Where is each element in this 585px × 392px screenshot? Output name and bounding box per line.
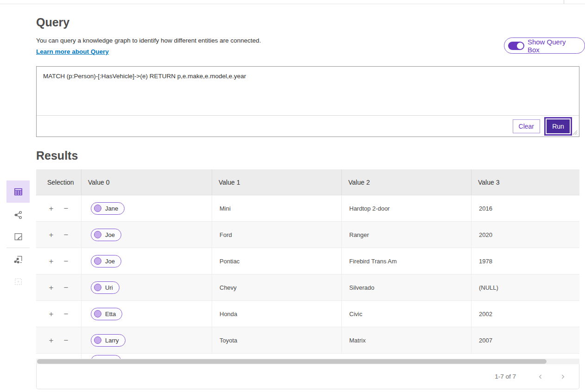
sidebar-item-table-view[interactable] [6, 180, 30, 203]
previous-page-button[interactable] [535, 371, 547, 383]
entity-pill[interactable]: Etta [91, 308, 122, 320]
sidebar-item-map-view[interactable] [6, 225, 30, 248]
collapse-row-button[interactable]: − [63, 336, 69, 345]
table-row: + − Etta Honda Civic 2002 [36, 301, 579, 327]
selection-cell: + − [36, 274, 82, 300]
query-input[interactable]: MATCH (p:Person)-[:HasVehicle]->(e) RETU… [37, 67, 579, 116]
page-title: Query [36, 16, 69, 29]
entity-dot-icon [94, 310, 101, 317]
resize-handle-icon[interactable] [572, 130, 578, 135]
entity-dot-icon [94, 336, 101, 344]
column-header-value2: Value 2 [342, 169, 472, 195]
value3-cell: 2020 [472, 222, 579, 248]
scrollbar-thumb[interactable] [37, 359, 547, 364]
entity-pill-label: Uri [105, 284, 113, 291]
entity-pill-label: Etta [105, 311, 116, 317]
expand-row-button[interactable]: + [48, 204, 55, 213]
collapse-row-button[interactable]: − [63, 283, 69, 292]
selection-cell: + − [36, 327, 82, 353]
selection-cell: + − [36, 195, 82, 221]
entity-cell: Jane [82, 195, 212, 221]
table-row: + − Uri Chevy Silverado (NULL) [36, 274, 579, 301]
top-divider [0, 4, 585, 4]
value1-cell: Pontiac [212, 248, 342, 274]
entity-pill[interactable]: Joe [91, 255, 121, 268]
expand-row-button[interactable]: + [48, 256, 55, 266]
table-body: + − Jane Mini Hardtop 2-door 2016 + − [36, 195, 579, 354]
selection-cell: + − [36, 248, 82, 274]
show-query-box-toggle[interactable]: Show Query Box [504, 37, 585, 54]
value3-cell: 1978 [472, 248, 579, 274]
results-table: Selection Value 0 Value 1 Value 2 Value … [36, 169, 579, 359]
entity-cell: Larry [82, 327, 212, 353]
entity-cell: Uri [82, 274, 212, 300]
run-button[interactable]: Run [547, 119, 570, 133]
panel-edge-tick [564, 0, 564, 4]
sidebar-item-new-view [6, 270, 30, 292]
query-actions: Clear Run [37, 116, 579, 137]
entity-pill-label: Joe [105, 231, 115, 238]
collapse-row-button[interactable]: − [63, 256, 69, 266]
map-icon [13, 232, 23, 242]
entity-pill-label: Joe [105, 258, 115, 265]
value3-cell: 2002 [472, 301, 579, 327]
value2-cell: Ranger [342, 222, 472, 248]
sidebar-item-map-link-chart-view[interactable] [6, 248, 30, 270]
entity-cell: Joe [82, 248, 212, 274]
value2-cell: Matrix [342, 327, 472, 353]
value3-cell: 2007 [472, 327, 579, 353]
entity-dot-icon [94, 231, 101, 238]
entity-pill[interactable]: Jane [91, 202, 125, 215]
table-row: + − Joe Pontiac Firebird Trans Am 1978 [36, 248, 579, 274]
toggle-switch-icon[interactable] [508, 42, 524, 50]
value3-cell: 2016 [472, 195, 579, 221]
expand-row-button[interactable]: + [48, 230, 55, 240]
entity-dot-icon [94, 284, 101, 291]
dashed-square-icon [13, 277, 23, 286]
expand-row-button[interactable]: + [48, 309, 55, 319]
entity-pill[interactable]: Larry [91, 334, 126, 347]
next-page-button[interactable] [557, 371, 569, 383]
column-header-value1: Value 1 [212, 169, 342, 195]
entity-dot-icon [94, 257, 101, 265]
entity-pill-label: Larry [105, 337, 119, 344]
value1-cell: Ford [212, 222, 342, 248]
chevron-right-icon [560, 373, 566, 380]
value1-cell: Honda [212, 301, 342, 327]
page-description: You can query a knowledge graph to ident… [36, 37, 261, 44]
link-chart-icon [13, 210, 23, 220]
clear-button[interactable]: Clear [513, 119, 540, 133]
pagination-footer: 1-7 of 7 [36, 364, 579, 389]
pagination-range-label: 1-7 of 7 [495, 373, 516, 380]
horizontal-scrollbar[interactable] [36, 359, 579, 364]
value1-cell: Toyota [212, 327, 342, 353]
entity-pill[interactable]: Joe [91, 229, 121, 241]
value1-cell: Chevy [212, 274, 342, 300]
map-link-chart-icon [13, 255, 23, 264]
chevron-left-icon [537, 373, 544, 380]
collapse-row-button[interactable]: − [63, 230, 69, 240]
learn-more-link[interactable]: Learn more about Query [36, 48, 109, 55]
expand-row-button[interactable]: + [48, 283, 55, 292]
table-header-row: Selection Value 0 Value 1 Value 2 Value … [36, 169, 579, 195]
value2-cell: Silverado [342, 274, 472, 300]
entity-dot-icon [94, 205, 101, 212]
entity-cell: Etta [82, 301, 212, 327]
entity-pill[interactable]: Uri [91, 281, 120, 294]
results-title: Results [36, 149, 78, 162]
column-header-value0: Value 0 [82, 169, 212, 195]
table-row: + − Larry Toyota Matrix 2007 [36, 327, 579, 354]
value2-cell: Firebird Trans Am [342, 248, 472, 274]
query-page: Query You can query a knowledge graph to… [0, 0, 585, 392]
selection-cell: + − [36, 222, 82, 248]
expand-row-button[interactable]: + [48, 336, 55, 345]
collapse-row-button[interactable]: − [63, 309, 69, 319]
column-header-selection: Selection [36, 169, 82, 195]
value1-cell: Mini [212, 195, 342, 221]
table-icon [13, 187, 23, 197]
value2-cell: Hardtop 2-door [342, 195, 472, 221]
toggle-label: Show Query Box [528, 38, 578, 54]
selection-cell: + − [36, 301, 82, 327]
collapse-row-button[interactable]: − [63, 204, 69, 213]
sidebar-item-link-chart-view[interactable] [6, 204, 30, 226]
